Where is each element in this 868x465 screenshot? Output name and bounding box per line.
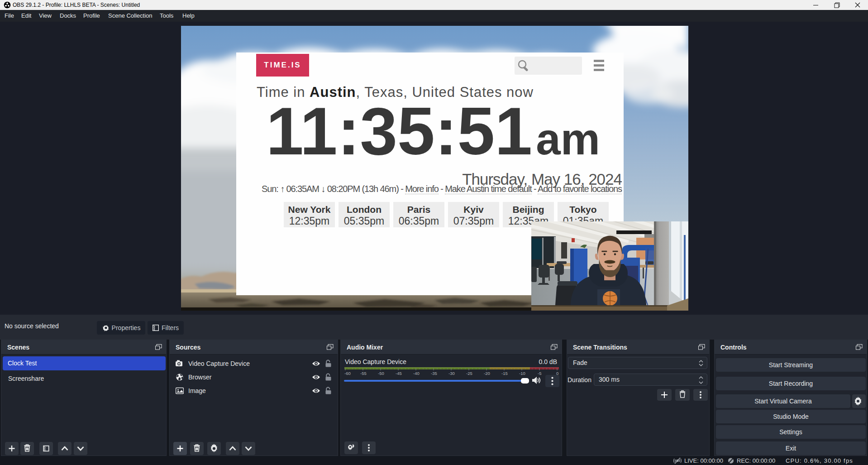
svg-text:-25: -25 bbox=[466, 371, 472, 375]
svg-text:-40: -40 bbox=[413, 371, 420, 375]
svg-text:-60: -60 bbox=[344, 371, 351, 375]
svg-text:-5: -5 bbox=[538, 371, 541, 375]
svg-text:-15: -15 bbox=[501, 371, 508, 375]
svg-text:-30: -30 bbox=[448, 371, 455, 375]
svg-text:-10: -10 bbox=[519, 371, 525, 375]
svg-text:-20: -20 bbox=[484, 371, 490, 375]
svg-text:-50: -50 bbox=[378, 371, 384, 375]
svg-text:-35: -35 bbox=[431, 371, 437, 375]
svg-text:-45: -45 bbox=[396, 371, 402, 375]
svg-text:-55: -55 bbox=[360, 371, 367, 375]
